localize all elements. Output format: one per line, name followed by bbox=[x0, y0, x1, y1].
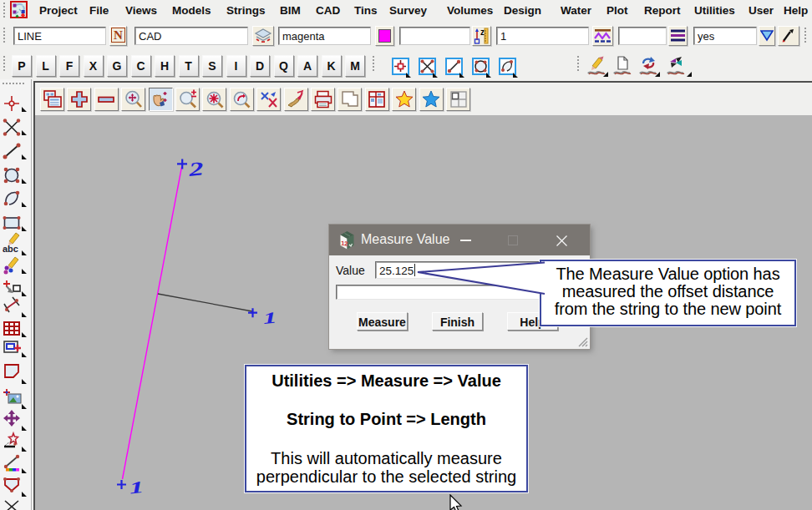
svg-text:1: 1 bbox=[129, 477, 145, 497]
svg-text:1: 1 bbox=[262, 309, 278, 328]
svg-text:2: 2 bbox=[187, 158, 205, 180]
svg-text:12: 12 bbox=[341, 240, 348, 248]
